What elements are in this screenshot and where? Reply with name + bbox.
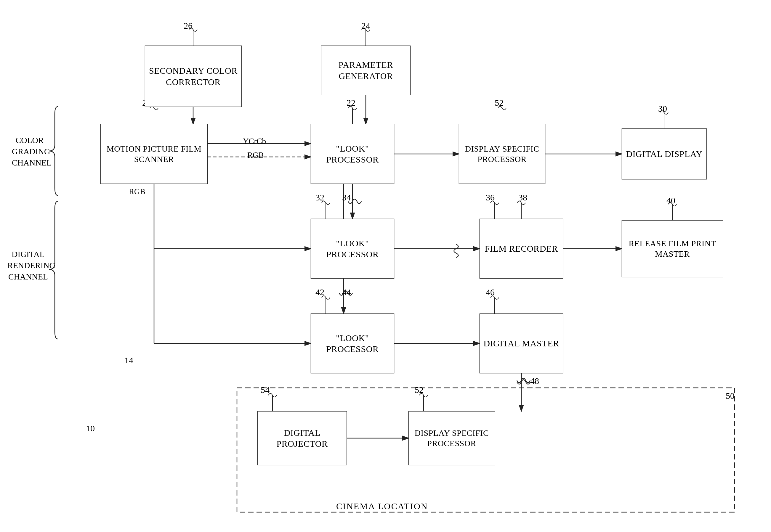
ref-44: 44 bbox=[342, 287, 351, 297]
digital-display-box: DIGITAL DISPLAY bbox=[622, 129, 706, 179]
secondary-color-corrector-box: SECONDARY COLOR CORRECTOR bbox=[145, 46, 241, 107]
ref-52a: 52 bbox=[495, 98, 504, 108]
digital-projector-box: DIGITAL PROJECTOR bbox=[258, 412, 346, 465]
ref-48: 48 bbox=[530, 376, 539, 386]
ref-52b: 52 bbox=[415, 385, 424, 395]
display-specific-processor-1-box: DISPLAY SPECIFIC PROCESSOR bbox=[459, 124, 545, 184]
display-specific-processor-2-box: DISPLAY SPECIFIC PROCESSOR bbox=[409, 412, 495, 465]
look-processor-2-box: "LOOK" PROCESSOR bbox=[311, 219, 394, 278]
ref-36: 36 bbox=[486, 192, 495, 202]
digital-master-box: DIGITAL MASTER bbox=[480, 314, 563, 373]
rgb-1-label: RGB bbox=[247, 150, 264, 160]
rgb-2-label: RGB bbox=[129, 187, 145, 197]
ref-24: 24 bbox=[361, 21, 370, 31]
ref-22: 22 bbox=[346, 98, 355, 108]
digital-rendering-channel-label: DIGITAL RENDERING CHANNEL bbox=[7, 249, 49, 282]
motion-picture-film-scanner-box: MOTION PICTURE FILM SCANNER bbox=[101, 124, 207, 184]
cinema-location-label: CINEMA LOCATION bbox=[311, 500, 453, 512]
diagram: 26 24 20 22 52 30 32 34 36 38 40 42 44 4… bbox=[0, 0, 771, 532]
ref-38: 38 bbox=[518, 192, 527, 202]
color-grading-channel-label: COLOR GRADING CHANNEL bbox=[12, 135, 47, 168]
look-processor-1-box: "LOOK" PROCESSOR bbox=[311, 124, 394, 184]
ref-54: 54 bbox=[261, 385, 269, 395]
release-film-print-master-box: RELEASE FILM PRINT MASTER bbox=[622, 221, 723, 277]
ycrcb-label: YCrCb bbox=[243, 136, 266, 147]
ref-32: 32 bbox=[315, 192, 324, 202]
ref-10: 10 bbox=[86, 423, 95, 433]
ref-14: 14 bbox=[124, 355, 133, 365]
ref-46: 46 bbox=[486, 287, 495, 297]
ref-42: 42 bbox=[315, 287, 324, 297]
look-processor-3-box: "LOOK" PROCESSOR bbox=[311, 314, 394, 373]
ref-40: 40 bbox=[666, 195, 675, 205]
ref-30: 30 bbox=[658, 104, 667, 114]
ref-26: 26 bbox=[184, 21, 192, 31]
ref-50: 50 bbox=[726, 391, 735, 401]
film-recorder-box: FILM RECORDER bbox=[480, 219, 563, 278]
ref-34: 34 bbox=[342, 192, 351, 202]
parameter-generator-box: PARAMETER GENERATOR bbox=[321, 46, 410, 95]
